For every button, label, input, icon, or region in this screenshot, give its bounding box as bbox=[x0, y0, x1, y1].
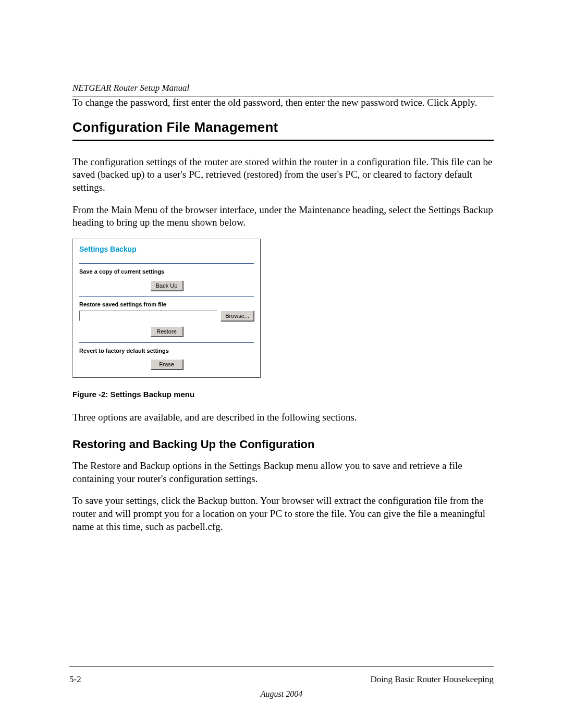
erase-button[interactable]: Erase bbox=[151, 359, 183, 369]
restore-group: Restore saved settings from file Browse.… bbox=[79, 296, 254, 337]
restore-button[interactable]: Restore bbox=[151, 326, 183, 337]
footer: 5-2 Doing Basic Router Housekeeping bbox=[69, 674, 494, 685]
page: NETGEAR Router Setup Manual To change th… bbox=[0, 0, 563, 728]
restore-label: Restore saved settings from file bbox=[79, 301, 254, 308]
revert-group: Revert to factory default settings Erase bbox=[79, 342, 254, 370]
save-label: Save a copy of current settings bbox=[79, 268, 254, 275]
subsection-paragraph-2: To save your settings, click the Backup … bbox=[72, 495, 494, 533]
subsection-paragraph-1: The Restore and Backup options in the Se… bbox=[72, 460, 494, 485]
save-group: Save a copy of current settings Back Up bbox=[79, 263, 254, 291]
footer-rule bbox=[69, 667, 494, 667]
intro-paragraph: To change the password, first enter the … bbox=[72, 96, 494, 109]
panel-title: Settings Backup bbox=[79, 244, 254, 254]
revert-label: Revert to factory default settings bbox=[79, 347, 254, 354]
section-title: Configuration File Management bbox=[72, 119, 494, 137]
section-title-rule bbox=[72, 140, 494, 141]
backup-button[interactable]: Back Up bbox=[151, 280, 183, 291]
footer-date: August 2004 bbox=[0, 689, 563, 700]
chapter-title: Doing Basic Router Housekeeping bbox=[370, 674, 494, 685]
page-number: 5-2 bbox=[69, 674, 81, 685]
after-figure-paragraph: Three options are available, and are des… bbox=[72, 411, 494, 424]
section-paragraph-1: The configuration settings of the router… bbox=[72, 156, 494, 194]
settings-backup-screenshot: Settings Backup Save a copy of current s… bbox=[72, 239, 261, 378]
subsection-title: Restoring and Backing Up the Configurati… bbox=[72, 437, 494, 452]
restore-file-input[interactable] bbox=[79, 311, 217, 321]
browse-button[interactable]: Browse... bbox=[221, 311, 254, 321]
running-header: NETGEAR Router Setup Manual bbox=[72, 82, 494, 94]
section-paragraph-2: From the Main Menu of the browser interf… bbox=[72, 204, 494, 229]
figure-caption: Figure -2: Settings Backup menu bbox=[72, 389, 494, 400]
